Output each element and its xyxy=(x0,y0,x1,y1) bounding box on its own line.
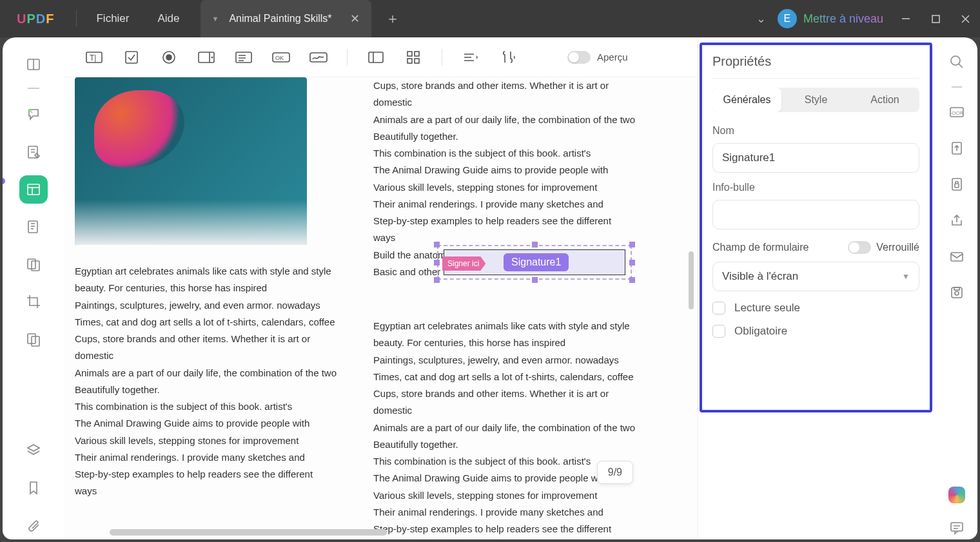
formfield-label: Champ de formulaire xyxy=(712,242,808,253)
text-line: Beautifully together. xyxy=(75,382,337,398)
svg-rect-50 xyxy=(951,253,963,261)
text-line: Their animal renderings. I provide many … xyxy=(373,196,636,213)
listbox-tool-icon[interactable] xyxy=(232,46,255,69)
properties-tabs: Générales Style Action xyxy=(712,88,919,112)
required-label: Obligatoire xyxy=(734,325,787,338)
horizontal-scrollbar[interactable] xyxy=(110,529,387,536)
user-avatar[interactable]: E xyxy=(778,9,797,28)
properties-title: Propriétés xyxy=(712,54,919,69)
organize-mode-icon[interactable] xyxy=(19,213,48,241)
text-line: This combination is the subject of this … xyxy=(373,453,636,470)
reader-mode-icon[interactable] xyxy=(19,50,48,79)
tooltip-input[interactable] xyxy=(712,200,919,229)
chat-icon[interactable] xyxy=(945,516,968,539)
preview-label: Aperçu xyxy=(597,52,628,63)
svg-text:OCR: OCR xyxy=(952,110,963,116)
signature-tool-icon[interactable] xyxy=(307,46,330,69)
form-mode-icon[interactable] xyxy=(19,175,48,204)
text-line: Step-by-step examples to help readers se… xyxy=(373,521,636,539)
svg-rect-51 xyxy=(952,287,962,298)
text-line: Egyptian art celebrates animals like cat… xyxy=(75,263,337,280)
text-line: This combination is the subject of this … xyxy=(373,145,636,162)
upgrade-pill[interactable]: E Mettre à niveau xyxy=(778,9,891,28)
visibility-select[interactable]: Visible à l'écran ▼ xyxy=(712,262,919,291)
vertical-scrollbar[interactable] xyxy=(689,251,694,309)
document-canvas[interactable]: Egyptian art celebrates animals like cat… xyxy=(64,77,698,539)
tab-style[interactable]: Style xyxy=(781,88,850,112)
share-icon[interactable] xyxy=(945,209,968,232)
text-line: Cups, store brands and other items. Whet… xyxy=(75,331,337,365)
signature-badge: Signature1 xyxy=(504,253,569,271)
text-line: Paintings, sculptures, jewelry, and even… xyxy=(373,352,636,369)
add-tab-button[interactable]: ＋ xyxy=(371,9,414,28)
bookmark-icon[interactable] xyxy=(19,474,48,502)
text-line: The Animal Drawing Guide aims to provide… xyxy=(373,470,636,487)
text-line: Animals are a part of our daily life, th… xyxy=(75,365,337,382)
svg-rect-38 xyxy=(407,59,412,63)
text-field-tool-icon[interactable]: T| xyxy=(83,46,106,69)
readonly-label: Lecture seule xyxy=(734,302,800,315)
form-layout-icon[interactable] xyxy=(364,46,387,69)
ai-assistant-icon[interactable] xyxy=(948,487,965,503)
tab-action[interactable]: Action xyxy=(850,88,919,112)
svg-rect-48 xyxy=(952,179,961,190)
tools-menu-icon[interactable] xyxy=(496,46,520,69)
crop-tool-icon[interactable] xyxy=(19,287,48,316)
menu-file[interactable]: Fichier xyxy=(82,12,143,25)
right-sidebar: OCR xyxy=(936,37,977,539)
name-input[interactable] xyxy=(712,143,919,173)
edit-mode-icon[interactable] xyxy=(19,138,48,166)
tabs-overflow-icon[interactable]: ⌄ xyxy=(745,12,778,26)
menu-help[interactable]: Aide xyxy=(143,12,193,25)
radio-tool-icon[interactable] xyxy=(157,46,181,69)
minimize-button[interactable] xyxy=(891,8,921,30)
dropdown-tool-icon[interactable] xyxy=(195,46,218,69)
document-tab[interactable]: ▼ Animal Painting Skills* ✕ xyxy=(201,0,371,37)
align-tool-icon[interactable] xyxy=(459,46,482,69)
protect-icon[interactable] xyxy=(945,173,968,196)
text-line: Times, cat and dog art sells a lot of t-… xyxy=(373,369,636,385)
locked-toggle[interactable] xyxy=(848,241,871,254)
text-line: The Animal Drawing Guide aims to provide… xyxy=(373,162,636,179)
text-line: Beautifully together. xyxy=(373,436,636,453)
tab-dropdown-icon[interactable]: ▼ xyxy=(212,15,219,23)
text-line: Various skill levels, stepping stones fo… xyxy=(373,487,636,504)
checkbox-tool-icon[interactable] xyxy=(120,46,143,69)
redact-tool-icon[interactable] xyxy=(19,325,48,353)
tab-title: Animal Painting Skills* xyxy=(229,13,331,24)
comment-mode-icon[interactable] xyxy=(19,101,48,129)
close-window-button[interactable] xyxy=(950,8,980,30)
button-tool-icon[interactable]: OK xyxy=(270,46,293,69)
svg-rect-1 xyxy=(932,15,939,23)
email-icon[interactable] xyxy=(945,245,968,268)
tab-general[interactable]: Générales xyxy=(712,88,781,112)
text-line: Beautifully together. xyxy=(373,128,636,145)
tooltip-label: Info-bulle xyxy=(712,182,919,193)
text-line: Paintings, sculptures, jewelry, and even… xyxy=(75,297,337,314)
page-tools-icon[interactable] xyxy=(19,250,48,278)
text-line: Animals are a part of our daily life, th… xyxy=(373,420,636,436)
svg-rect-22 xyxy=(126,52,137,63)
search-icon[interactable] xyxy=(945,50,968,73)
convert-icon[interactable] xyxy=(945,137,968,160)
svg-line-44 xyxy=(959,64,963,68)
locked-label: Verrouillé xyxy=(876,242,919,253)
maximize-button[interactable] xyxy=(921,8,950,30)
ocr-icon[interactable]: OCR xyxy=(945,101,968,124)
document-image xyxy=(75,77,307,245)
svg-rect-49 xyxy=(955,184,959,188)
tab-close-icon[interactable]: ✕ xyxy=(350,12,360,26)
text-line: Various skill levels, stepping stones fo… xyxy=(373,179,636,196)
required-checkbox[interactable] xyxy=(712,325,725,338)
readonly-checkbox[interactable] xyxy=(712,302,725,315)
grid-view-icon[interactable] xyxy=(402,46,425,69)
svg-text:OK: OK xyxy=(275,55,284,61)
preview-toggle[interactable] xyxy=(567,51,591,64)
svg-point-52 xyxy=(955,291,959,295)
attachment-icon[interactable] xyxy=(19,511,48,539)
save-icon[interactable] xyxy=(945,281,968,304)
layers-icon[interactable] xyxy=(19,436,48,465)
upgrade-label[interactable]: Mettre à niveau xyxy=(803,12,883,26)
signature-field[interactable]: Signer ici Signature1 xyxy=(437,245,632,280)
chevron-down-icon: ▼ xyxy=(902,272,910,281)
